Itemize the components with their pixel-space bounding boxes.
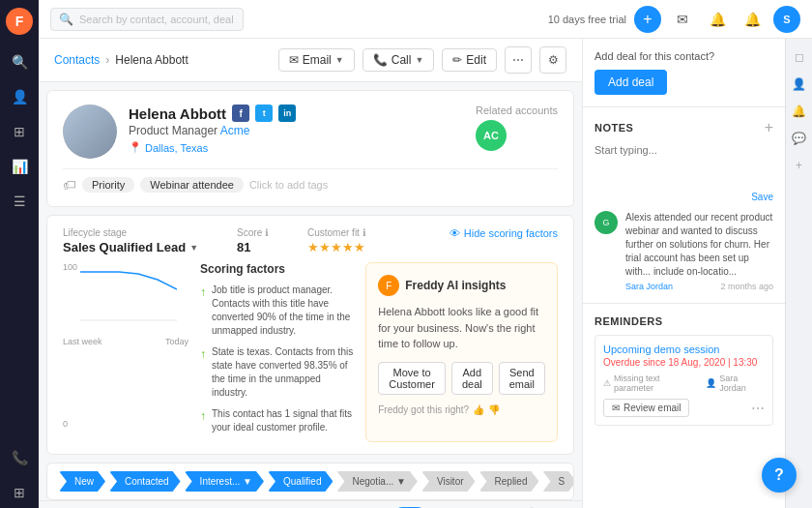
reminders-title: REMINDERS xyxy=(594,315,663,327)
stage-interested[interactable]: Interest... ▼ xyxy=(185,471,264,492)
account-avatar[interactable]: AC xyxy=(476,120,507,151)
stage-pill-interested[interactable]: Interest... ▼ xyxy=(185,471,264,492)
note-meta: Sara Jordan 2 months ago xyxy=(625,282,773,291)
call-button[interactable]: 📞 Call ▼ xyxy=(362,48,435,72)
notification-bell-icon[interactable]: 🔔 xyxy=(704,6,731,33)
email-btn-icon: ✉ xyxy=(289,53,299,67)
factor-item-1: ↑ Job title is product manager. Contacts… xyxy=(200,284,354,338)
reminder-more-button[interactable]: ⋯ xyxy=(751,401,765,416)
add-deal-button[interactable]: Add deal xyxy=(594,70,667,95)
far-right-icon-2[interactable]: 👤 xyxy=(789,74,810,95)
reminder-detail-2: 👤 Sara Jordan xyxy=(706,374,765,393)
location-link[interactable]: Dallas, Texas xyxy=(145,142,208,154)
company-link[interactable]: Acme xyxy=(220,124,250,137)
notes-add-button[interactable]: + xyxy=(765,119,773,136)
stage-pill-replied[interactable]: Replied xyxy=(479,471,539,492)
sidebar-icon-search[interactable]: 🔍 xyxy=(4,46,35,77)
lifecycle-stage-value[interactable]: Sales Qualified Lead ▼ xyxy=(63,240,198,254)
freddy-add-deal-button[interactable]: Add deal xyxy=(451,362,493,395)
add-deal-section: Add deal for this contact? Add deal xyxy=(583,39,785,107)
tag-webinar[interactable]: Webinar attendee xyxy=(140,177,244,193)
save-button[interactable]: Save xyxy=(751,192,773,202)
far-right-icon-1[interactable]: ◻ xyxy=(789,46,810,68)
far-right-icon-3[interactable]: 🔔 xyxy=(789,101,810,122)
facebook-icon[interactable]: f xyxy=(232,105,249,122)
hide-scoring-button[interactable]: 👁 Hide scoring factors xyxy=(450,227,558,239)
move-to-customer-button[interactable]: Move to Customer xyxy=(378,362,446,395)
edit-button[interactable]: ✏ Edit xyxy=(442,48,497,72)
reminders-section: REMINDERS Upcoming demo session Overdue … xyxy=(583,304,785,437)
stage-pill-visitor[interactable]: Visitor xyxy=(421,471,476,492)
factor-text-2: State is texas. Contacts from this state… xyxy=(212,345,354,400)
stage-pill-s[interactable]: S xyxy=(542,471,574,492)
far-right-icon-4[interactable]: 💬 xyxy=(789,128,810,149)
freddy-header: F Freddy AI insights xyxy=(378,275,545,296)
more-options-button[interactable]: ⋯ xyxy=(505,46,532,74)
call-dropdown-arrow[interactable]: ▼ xyxy=(415,55,423,65)
alert-icon[interactable]: 🔔 xyxy=(739,6,766,33)
stage-qualified[interactable]: Qualified xyxy=(268,471,333,492)
notes-input[interactable] xyxy=(594,144,773,183)
freddy-text: Helena Abbott looks like a good fit for … xyxy=(378,304,545,352)
avatar-image xyxy=(63,105,117,159)
search-box[interactable]: 🔍 Search by contact, account, deal xyxy=(50,8,244,31)
user-avatar[interactable]: S xyxy=(773,6,800,33)
lifecycle-score-label: Score ℹ xyxy=(237,227,269,238)
breadcrumb-actions: ✉ Email ▼ 📞 Call ▼ ✏ Edit xyxy=(278,46,566,74)
contact-panel: Contacts › Helena Abbott ✉ Email ▼ 📞 Cal… xyxy=(39,39,582,508)
stage-pill-contacted[interactable]: Contacted xyxy=(109,471,181,492)
reminders-header: REMINDERS xyxy=(594,315,773,327)
notes-section: NOTES + Save G Alexis attended our recen… xyxy=(583,107,785,304)
tag-priority[interactable]: Priority xyxy=(82,177,134,193)
thumbs-up-icon[interactable]: 👍 xyxy=(473,404,484,415)
app-logo[interactable]: F xyxy=(6,8,33,35)
search-placeholder: Search by contact, account, deal xyxy=(79,14,234,25)
sidebar-icon-apps[interactable]: ⊞ xyxy=(4,477,35,508)
fit-info-icon[interactable]: ℹ xyxy=(362,227,366,238)
stage-pill-negotiating[interactable]: Negotia... ▼ xyxy=(336,471,417,492)
sidebar-icon-list[interactable]: ☰ xyxy=(4,186,35,217)
sidebar-icon-contacts[interactable]: 👤 xyxy=(4,81,35,112)
eye-icon: 👁 xyxy=(450,227,460,239)
email-dropdown-arrow[interactable]: ▼ xyxy=(335,55,344,65)
reminder-title[interactable]: Upcoming demo session xyxy=(603,344,765,355)
stage-visitor[interactable]: Visitor xyxy=(421,471,476,492)
score-info-icon[interactable]: ℹ xyxy=(265,227,269,238)
stage-s[interactable]: S xyxy=(542,471,574,492)
stage-negotiating[interactable]: Negotia... ▼ xyxy=(336,471,417,492)
notes-title: NOTES xyxy=(594,122,633,134)
twitter-icon[interactable]: t xyxy=(255,105,273,122)
add-button[interactable]: + xyxy=(634,6,661,33)
sidebar-icon-phone[interactable]: 📞 xyxy=(4,442,35,473)
tag-icon: 🏷 xyxy=(63,177,76,193)
factor-text-3: This contact has 1 signal that fits your… xyxy=(212,407,354,434)
stage-new[interactable]: New xyxy=(59,471,105,492)
review-email-button[interactable]: ✉ Review email xyxy=(603,399,689,417)
stage-contacted[interactable]: Contacted xyxy=(109,471,181,492)
stage-pill-new[interactable]: New xyxy=(59,471,105,492)
customer-fit-stars: ★★★★★ xyxy=(307,240,366,254)
settings-button[interactable]: ⚙ xyxy=(539,46,566,74)
help-button[interactable]: ? xyxy=(762,458,797,493)
add-deal-label: Add deal for this contact? xyxy=(594,50,773,62)
thumbs-down-icon[interactable]: 👎 xyxy=(488,404,500,415)
sidebar-icon-chart[interactable]: 📊 xyxy=(4,151,35,182)
far-right-icon-5[interactable]: + xyxy=(789,155,810,176)
freddy-avatar: F xyxy=(378,275,399,296)
related-accounts: Related accounts AC xyxy=(476,105,558,151)
note-content: Alexis attended our recent product webin… xyxy=(625,211,773,291)
reminder-overdue: Overdue since 18 Aug, 2020 | 13:30 xyxy=(603,357,765,368)
breadcrumb-contacts-link[interactable]: Contacts xyxy=(54,53,100,67)
stage-pill-qualified[interactable]: Qualified xyxy=(268,471,333,492)
stage-dropdown-arrow[interactable]: ▼ xyxy=(189,243,198,253)
linkedin-icon[interactable]: in xyxy=(278,105,296,122)
contact-info-card: Helena Abbott f t in Product Manager Acm… xyxy=(46,90,574,207)
call-btn-label: Call xyxy=(392,53,412,67)
email-icon[interactable]: ✉ xyxy=(669,6,696,33)
factor-text-1: Job title is product manager. Contacts w… xyxy=(212,284,354,338)
email-button[interactable]: ✉ Email ▼ xyxy=(278,48,355,72)
stage-replied[interactable]: Replied xyxy=(479,471,539,492)
tag-add-placeholder[interactable]: Click to add tags xyxy=(249,179,328,191)
freddy-send-email-button[interactable]: Send email xyxy=(499,362,545,395)
sidebar-icon-grid[interactable]: ⊞ xyxy=(4,116,35,147)
